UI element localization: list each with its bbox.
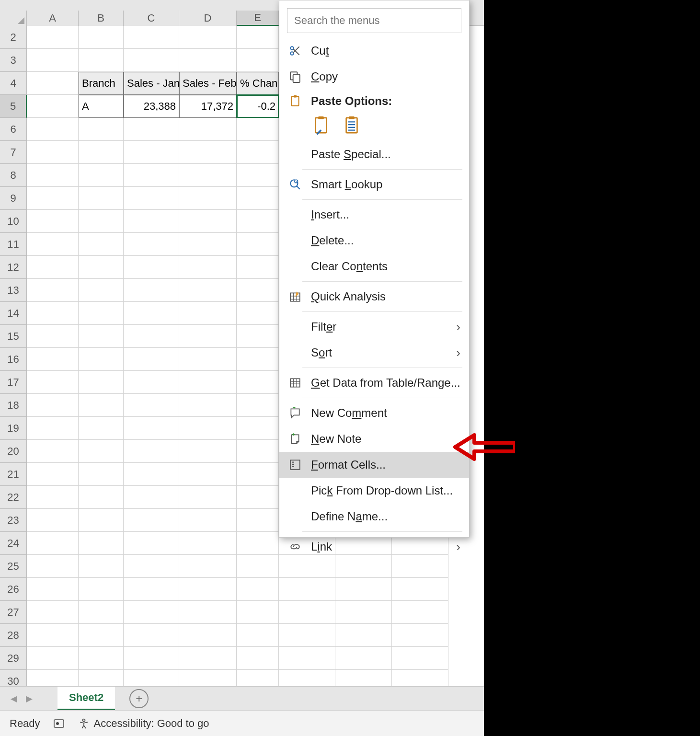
cell[interactable] bbox=[124, 348, 179, 371]
cell[interactable] bbox=[335, 578, 392, 601]
cell[interactable] bbox=[124, 440, 179, 463]
row-header[interactable]: 21 bbox=[0, 463, 27, 486]
cell[interactable] bbox=[237, 325, 279, 348]
cell[interactable] bbox=[237, 624, 279, 647]
cell[interactable] bbox=[79, 164, 124, 187]
cell[interactable] bbox=[179, 26, 237, 49]
cell[interactable] bbox=[79, 26, 124, 49]
cell[interactable] bbox=[237, 532, 279, 555]
cell[interactable] bbox=[27, 233, 79, 256]
cell[interactable] bbox=[79, 417, 124, 440]
cell[interactable] bbox=[27, 187, 79, 210]
cell[interactable] bbox=[237, 233, 279, 256]
cell[interactable] bbox=[237, 118, 279, 141]
row-header[interactable]: 6 bbox=[0, 118, 27, 141]
cell[interactable] bbox=[124, 463, 179, 486]
cell[interactable] bbox=[124, 394, 179, 417]
cell[interactable] bbox=[27, 279, 79, 302]
row-header[interactable]: 23 bbox=[0, 509, 27, 532]
cell[interactable] bbox=[179, 233, 237, 256]
cell[interactable] bbox=[179, 417, 237, 440]
cell[interactable] bbox=[237, 578, 279, 601]
cell[interactable] bbox=[179, 187, 237, 210]
sheet-next-icon[interactable]: ▶ bbox=[26, 693, 33, 704]
cell[interactable] bbox=[335, 601, 392, 624]
menu-item-paste-special[interactable]: Paste Special... bbox=[279, 141, 469, 167]
cell[interactable]: 17,372 bbox=[179, 95, 237, 118]
cell[interactable] bbox=[237, 394, 279, 417]
cell[interactable] bbox=[27, 49, 79, 72]
cell[interactable] bbox=[237, 164, 279, 187]
cell[interactable] bbox=[124, 210, 179, 233]
macro-record-icon[interactable] bbox=[53, 717, 65, 730]
cell[interactable] bbox=[124, 26, 179, 49]
menu-item-link[interactable]: Link › bbox=[279, 534, 469, 560]
row-header[interactable]: 17 bbox=[0, 371, 27, 394]
cell[interactable] bbox=[179, 463, 237, 486]
cell[interactable] bbox=[27, 394, 79, 417]
menu-item-new-comment[interactable]: + New Comment bbox=[279, 400, 469, 426]
cell[interactable] bbox=[124, 233, 179, 256]
menu-item-copy[interactable]: Copy bbox=[279, 64, 469, 90]
row-header[interactable]: 9 bbox=[0, 187, 27, 210]
row-header[interactable]: 29 bbox=[0, 647, 27, 670]
cell[interactable] bbox=[79, 302, 124, 325]
cell[interactable]: Branch bbox=[79, 72, 124, 95]
cell[interactable] bbox=[237, 509, 279, 532]
menu-item-format-cells[interactable]: Format Cells... bbox=[279, 452, 469, 478]
cell[interactable] bbox=[79, 279, 124, 302]
cell[interactable] bbox=[124, 578, 179, 601]
cell[interactable] bbox=[79, 532, 124, 555]
cell[interactable] bbox=[179, 647, 237, 670]
cell[interactable]: % Chan bbox=[237, 72, 279, 95]
sheet-prev-icon[interactable]: ◀ bbox=[11, 693, 17, 704]
cell[interactable] bbox=[124, 49, 179, 72]
row-header[interactable]: 28 bbox=[0, 624, 27, 647]
menu-item-clear-contents[interactable]: Clear Contents bbox=[279, 253, 469, 279]
cell[interactable] bbox=[79, 233, 124, 256]
cell[interactable] bbox=[27, 141, 79, 164]
menu-item-smart-lookup[interactable]: i Smart Lookup bbox=[279, 172, 469, 197]
row-header[interactable]: 11 bbox=[0, 233, 27, 256]
cell[interactable]: Sales - Jan bbox=[124, 72, 179, 95]
cell[interactable] bbox=[124, 509, 179, 532]
cell[interactable] bbox=[237, 49, 279, 72]
cell[interactable] bbox=[237, 210, 279, 233]
cell[interactable] bbox=[237, 26, 279, 49]
cell[interactable] bbox=[179, 509, 237, 532]
cell[interactable] bbox=[124, 417, 179, 440]
cell[interactable] bbox=[79, 325, 124, 348]
cell[interactable] bbox=[79, 647, 124, 670]
cell[interactable] bbox=[179, 348, 237, 371]
row-header[interactable]: 25 bbox=[0, 555, 27, 578]
add-sheet-button[interactable]: + bbox=[129, 689, 149, 708]
cell[interactable] bbox=[27, 486, 79, 509]
cell[interactable] bbox=[335, 624, 392, 647]
cell[interactable] bbox=[124, 486, 179, 509]
cell[interactable] bbox=[279, 647, 335, 670]
row-header[interactable]: 4 bbox=[0, 72, 27, 95]
menu-item-sort[interactable]: Sort › bbox=[279, 340, 469, 366]
row-header[interactable]: 14 bbox=[0, 302, 27, 325]
cell[interactable] bbox=[124, 555, 179, 578]
cell[interactable] bbox=[27, 463, 79, 486]
cell[interactable] bbox=[124, 302, 179, 325]
cell[interactable] bbox=[79, 118, 124, 141]
menu-item-filter[interactable]: Filter › bbox=[279, 314, 469, 340]
cell[interactable] bbox=[179, 210, 237, 233]
sheet-tab-active[interactable]: Sheet2 bbox=[57, 687, 115, 711]
cell[interactable] bbox=[27, 210, 79, 233]
cell[interactable] bbox=[79, 141, 124, 164]
cell[interactable] bbox=[237, 486, 279, 509]
row-header[interactable]: 12 bbox=[0, 256, 27, 279]
menu-item-delete[interactable]: Delete... bbox=[279, 228, 469, 253]
cell[interactable] bbox=[237, 302, 279, 325]
cell[interactable] bbox=[237, 371, 279, 394]
cell[interactable] bbox=[179, 440, 237, 463]
cell[interactable] bbox=[79, 49, 124, 72]
row-header[interactable]: 10 bbox=[0, 210, 27, 233]
cell[interactable] bbox=[179, 118, 237, 141]
menu-search-input[interactable] bbox=[287, 8, 461, 33]
cell[interactable] bbox=[27, 578, 79, 601]
cell[interactable]: Sales - Feb bbox=[179, 72, 237, 95]
